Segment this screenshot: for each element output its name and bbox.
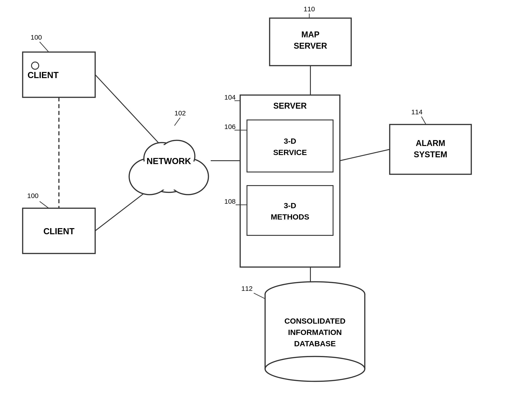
methods3d-label-line2: METHODS bbox=[271, 213, 309, 221]
database-label-line3: DATABASE bbox=[294, 339, 336, 348]
mapserver-label-line2: SERVER bbox=[294, 41, 327, 50]
methods3d-box bbox=[247, 186, 333, 235]
diagram-container: CLIENT CLIENT NETWORK SERVER 3-D SERVICE… bbox=[0, 0, 532, 399]
service3d-label-line2: SERVICE bbox=[273, 148, 307, 157]
alarmsystem-label-line2: SYSTEM bbox=[414, 150, 447, 159]
ref-110: 110 bbox=[304, 5, 315, 13]
database-label-line1: CONSOLIDATED bbox=[284, 317, 345, 325]
mapserver-label-line1: MAP bbox=[301, 30, 319, 39]
ref-104: 104 bbox=[224, 93, 236, 101]
ref-114: 114 bbox=[411, 108, 423, 116]
server-label: SERVER bbox=[273, 101, 307, 110]
ref-112: 112 bbox=[241, 285, 253, 292]
database-label-line2: INFORMATION bbox=[288, 328, 342, 337]
service3d-label-line1: 3-D bbox=[284, 137, 296, 145]
service3d-box bbox=[247, 120, 333, 172]
ref-100-top: 100 bbox=[31, 33, 42, 41]
ref-102: 102 bbox=[174, 109, 186, 117]
ref-106: 106 bbox=[224, 123, 236, 130]
methods3d-label-line1: 3-D bbox=[284, 201, 296, 210]
client2-label: CLIENT bbox=[43, 227, 74, 236]
network-label: NETWORK bbox=[147, 156, 191, 166]
db-bottom-ellipse bbox=[265, 356, 365, 381]
alarmsystem-box bbox=[390, 124, 471, 174]
ref-100-bottom: 100 bbox=[27, 192, 38, 199]
client1-label: CLIENT bbox=[27, 70, 58, 80]
alarmsystem-label-line1: ALARM bbox=[416, 139, 445, 148]
ref-108: 108 bbox=[224, 197, 236, 205]
diagram-svg: CLIENT CLIENT NETWORK SERVER 3-D SERVICE… bbox=[0, 0, 532, 399]
